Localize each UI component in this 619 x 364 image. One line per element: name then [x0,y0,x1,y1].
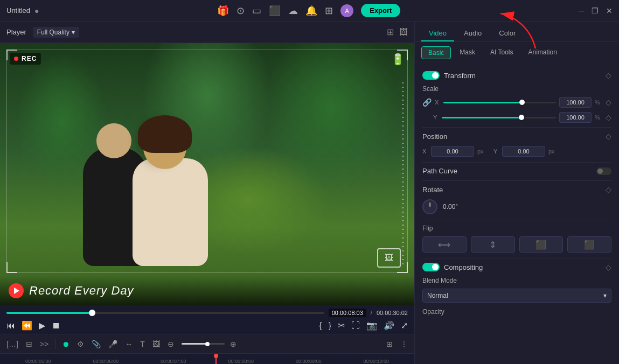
flip-vertical-button[interactable]: ⇕ [471,236,515,253]
mark-in-button[interactable]: { [319,321,322,331]
compositing-section-header: Compositing ◇ [422,263,611,271]
grid-icon[interactable]: ⊞ [325,5,333,17]
rotate-section-header: Rotate ◇ [422,185,611,194]
chevron-down-icon: ▾ [72,29,75,36]
tab-video[interactable]: Video [421,26,454,41]
ruler-time-6: 00:00:10:00 [363,359,389,364]
timeline-tool-transition[interactable]: ↔ [123,339,135,349]
fullscreen-button[interactable]: ⛶ [351,321,360,331]
timeline-tool-3[interactable]: >> [38,339,51,349]
minimize-button[interactable]: ─ [579,6,584,15]
ruler-mark-5: 00:00:09:00 [275,359,343,364]
timeline-toolbar: […] ⊟ >> ⏺ ⚙ 📎 🎤 ↔ T 🖼 ⊖ ⊕ ⊞ ⋮ [0,334,414,353]
pos-y-input[interactable] [502,146,545,157]
timeline-tool-image[interactable]: 🖼 [150,339,162,349]
timeline-tool-text[interactable]: T [138,339,147,349]
snapshot-button[interactable]: 📷 [366,320,377,331]
bell-icon[interactable]: 🔔 [305,5,317,17]
timeline-tool-zoom-out[interactable]: ⊖ [165,339,176,349]
video-title-text: Record Every Day [29,284,134,298]
ruler-right [402,82,404,266]
scale-x-slider[interactable] [443,102,556,103]
pip-button[interactable]: ⤢ [401,320,408,331]
compositing-toggle[interactable] [422,263,440,271]
control-buttons: ⏮ ⏪ ▶ ⏹ { } ✂ ⛶ 📷 🔊 ⤢ [6,320,408,331]
save-status-icon: ● [34,6,39,15]
scale-x-reset[interactable]: ◇ [606,98,611,107]
stop-button[interactable]: ⏹ [52,321,60,331]
avatar-icon[interactable]: A [340,4,353,17]
transform-reset-icon[interactable]: ◇ [606,71,611,80]
tab-audio[interactable]: Audio [456,26,489,41]
panel-tabs: Video Audio Color [415,22,619,42]
timeline-ruler: 00:00:05:00 00:00:06:00 00:00:07:00 00:0… [0,353,414,364]
timeline-more-button[interactable]: ⋮ [398,339,410,349]
transform-title-row: Transform [422,71,476,80]
blend-mode-dropdown[interactable]: Normal ▾ [422,289,611,303]
link-icon[interactable]: 🔗 [422,98,432,107]
compositing-title: Compositing [444,263,483,271]
cloud-icon[interactable]: ☁ [288,5,298,17]
scale-y-thumb [519,115,524,120]
right-panel: Video Audio Color Basic Mask AI Tools An… [414,22,619,364]
timeline-tool-mic[interactable]: 🎤 [106,339,120,349]
path-curve-row: Path Curve [422,167,611,175]
quality-dropdown[interactable]: Full Quality ▾ [33,27,79,38]
ruler-time-4: 00:00:08:00 [228,359,254,364]
path-curve-toggle[interactable] [596,167,611,175]
rotate-value: 0.00° [443,203,458,211]
subtab-ai-tools[interactable]: AI Tools [484,46,519,59]
scale-y-reset[interactable]: ◇ [606,113,611,122]
subtab-animation[interactable]: Animation [521,46,563,59]
save-icon[interactable]: ⬛ [269,5,281,17]
timeline-tool-zoom-in[interactable]: ⊕ [228,339,239,349]
rotate-reset-icon[interactable]: ◇ [606,185,611,194]
subtab-basic[interactable]: Basic [421,46,451,59]
pos-x-input[interactable] [431,146,474,157]
timeline-grid-button[interactable]: ⊞ [384,339,395,349]
subtab-mask[interactable]: Mask [453,46,482,59]
split-button[interactable]: ✂ [338,320,345,331]
progress-bar[interactable] [6,312,324,314]
position-reset-icon[interactable]: ◇ [606,132,611,141]
timeline-tool-clip[interactable]: 📎 [89,339,103,349]
pos-y-axis: Y [493,148,499,155]
mark-out-button[interactable]: } [329,321,331,331]
timeline-tool-1[interactable]: […] [4,339,20,349]
tab-color[interactable]: Color [491,26,523,41]
title-bar: Untitled ● 🎁 ⊙ ▭ ⬛ ☁ 🔔 ⊞ A Export ─ ❐ ✕ [0,0,619,22]
monitor-icon[interactable]: ▭ [252,5,261,17]
play-button[interactable]: ▶ [39,320,45,331]
transform-toggle[interactable] [422,71,440,80]
scale-x-input[interactable] [559,97,592,108]
close-button[interactable]: ✕ [606,6,613,15]
scale-y-input[interactable] [559,112,592,123]
timeline-tool-record[interactable]: ⏺ [60,339,72,349]
video-title-overlay: Record Every Day [0,276,414,305]
title-play-button[interactable] [9,283,24,298]
flip-option-4[interactable]: ⬛ [567,236,611,253]
flip-option-3[interactable]: ⬛ [519,236,564,253]
person-icon[interactable]: ⊙ [237,5,245,17]
timeline-tool-settings[interactable]: ⚙ [75,339,86,349]
image-icon[interactable]: 🖼 [399,27,408,37]
skip-back-button[interactable]: ⏮ [6,321,15,331]
export-button[interactable]: Export [361,4,400,17]
compositing-reset-icon[interactable]: ◇ [606,263,611,271]
audio-button[interactable]: 🔊 [384,320,394,331]
gift-icon[interactable]: 🎁 [217,5,229,17]
flip-horizontal-button[interactable]: ⟺ [422,236,467,253]
maximize-button[interactable]: ❐ [592,6,599,15]
zoom-bar[interactable] [182,343,225,345]
frame-back-button[interactable]: ⏪ [22,320,32,331]
playhead[interactable] [215,354,217,364]
scale-y-slider[interactable] [442,117,556,118]
timeline-tool-2[interactable]: ⊟ [24,339,34,349]
ruler-marks: 00:00:05:00 00:00:06:00 00:00:07:00 00:0… [4,359,410,364]
rotate-knob[interactable] [422,199,437,214]
scale-x-row: 🔗 X % ◇ [422,97,611,108]
grid-view-icon[interactable]: ⊞ [387,27,394,37]
title-bar-left: Untitled ● [6,6,39,15]
ruler-time-3: 00:00:07:00 [161,359,186,364]
player-toolbar-right: ⊞ 🖼 [387,27,408,37]
